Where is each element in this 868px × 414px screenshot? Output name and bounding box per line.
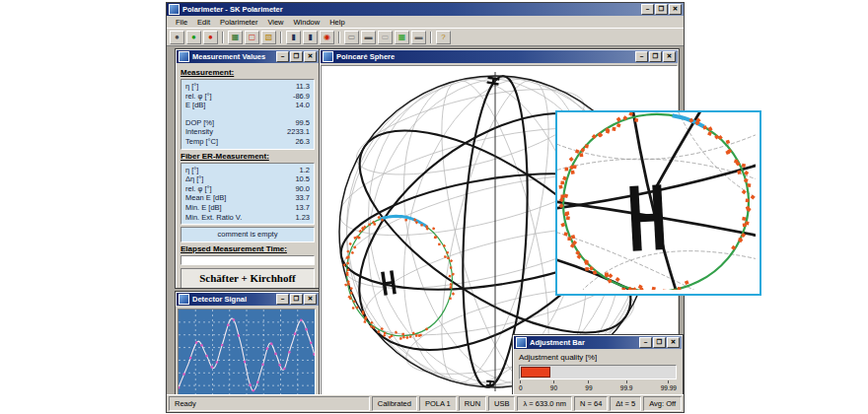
fiber-er-table: η [°]1.2Δη [°]10.5rel. φ [°]90.0Mean E [… bbox=[181, 163, 315, 226]
menu-item-polarimeter[interactable]: Polarimeter bbox=[215, 17, 262, 28]
toolbar-button-14[interactable]: ▭ bbox=[378, 31, 393, 44]
adjustment-bar-content: Adjustment quality [%] 0909999.999.99 bbox=[513, 350, 683, 394]
adjustment-bar-window: Adjustment Bar –❐✕ Adjustment quality [%… bbox=[512, 334, 684, 394]
status-message: Ready bbox=[169, 396, 370, 411]
menu-item-edit[interactable]: Edit bbox=[192, 17, 215, 28]
adjustment-bar-controls: –❐✕ bbox=[639, 337, 680, 348]
measurement-value: 90.0 bbox=[295, 184, 310, 194]
measurement-value: 99.5 bbox=[295, 118, 310, 128]
main-titlebar[interactable]: Polarimeter - SK Polarimeter –❐✕ bbox=[167, 3, 684, 16]
measurement-row: DOP [%]99.5 bbox=[185, 118, 310, 128]
toolbar-button-15[interactable]: ▦ bbox=[395, 31, 409, 44]
toolbar-button-8[interactable]: ▮ bbox=[286, 31, 301, 44]
measurement-row: Mean E [dB]33.7 bbox=[185, 193, 310, 203]
measurement-value: -86.9 bbox=[293, 92, 310, 102]
measurement-datetime: 27.06.2008, 14:55:00 bbox=[182, 286, 313, 288]
maximize-button[interactable]: ❐ bbox=[655, 4, 668, 15]
measurement-row: rel. φ [°]-86.9 bbox=[185, 92, 310, 102]
measurement-row: Temp [°C]26.3 bbox=[185, 137, 310, 147]
measurement-values-controls: –❐✕ bbox=[276, 51, 317, 62]
adjustment-quality-fill bbox=[521, 367, 550, 378]
measurement-value: 11.3 bbox=[296, 82, 310, 92]
toolbar-button-12[interactable]: ▭ bbox=[344, 31, 359, 44]
brand-box: Schäfter + Kirchhoff 27.06.2008, 14:55:0… bbox=[181, 268, 315, 288]
measurement-label: Min. E [dB] bbox=[185, 203, 222, 213]
measurement-label: Mean E [dB] bbox=[185, 193, 226, 203]
measurement-values-window-icon bbox=[179, 51, 189, 62]
measurement-values-titlebar[interactable]: Measurement Values –❐✕ bbox=[177, 50, 319, 63]
close-button[interactable]: ✕ bbox=[663, 51, 676, 62]
toolbar: ●●●▦▢▧▮▮◉▭▬▭▦▬? bbox=[167, 28, 684, 46]
status-field-2: RUN bbox=[459, 396, 486, 411]
toolbar-button-2[interactable]: ● bbox=[203, 31, 218, 44]
measurement-value: 2233.1 bbox=[287, 127, 310, 137]
brand-name: Schäfter + Kirchhoff bbox=[182, 272, 313, 284]
comment-box: comment is empty bbox=[181, 227, 315, 242]
close-button[interactable]: ✕ bbox=[304, 51, 317, 62]
measurement-values-content: Measurement: η [°]11.3rel. φ [°]-86.9E [… bbox=[176, 64, 320, 288]
poincare-sphere-titlebar[interactable]: Poincaré Sphere –❐✕ bbox=[321, 50, 678, 63]
toolbar-button-6[interactable]: ▧ bbox=[261, 31, 276, 44]
maximize-button[interactable]: ❐ bbox=[290, 294, 303, 305]
measurement-row: η [°]1.2 bbox=[185, 166, 310, 175]
status-field-7: Avg: Off bbox=[643, 396, 682, 411]
toolbar-separator bbox=[430, 32, 432, 43]
measurement-row: rel. φ [°]90.0 bbox=[185, 184, 310, 194]
status-field-4: λ = 633.0 nm bbox=[517, 396, 572, 411]
zoom-inset-diagram bbox=[557, 112, 756, 290]
measurement-row: Δη [°]10.5 bbox=[185, 174, 310, 184]
toolbar-button-0[interactable]: ● bbox=[170, 31, 184, 44]
detector-signal-titlebar[interactable]: Detector Signal –❐✕ bbox=[177, 293, 319, 306]
close-button[interactable]: ✕ bbox=[667, 337, 680, 348]
adjustment-bar-titlebar[interactable]: Adjustment Bar –❐✕ bbox=[514, 336, 682, 349]
maximize-button[interactable]: ❐ bbox=[649, 51, 662, 62]
window-title: Polarimeter - SK Polarimeter bbox=[182, 5, 638, 14]
toolbar-button-1[interactable]: ● bbox=[186, 31, 201, 44]
row-spacer bbox=[185, 110, 310, 118]
toolbar-button-10[interactable]: ◉ bbox=[320, 31, 334, 44]
toolbar-button-9[interactable]: ▮ bbox=[303, 31, 318, 44]
close-button[interactable]: ✕ bbox=[669, 4, 682, 15]
measurement-label: Intensity bbox=[185, 127, 213, 137]
poincare-sphere-window-icon bbox=[323, 51, 333, 62]
status-field-6: Δt = 5 bbox=[610, 396, 641, 411]
measurement-label: E [dB] bbox=[185, 101, 205, 110]
maximize-button[interactable]: ❐ bbox=[290, 51, 303, 62]
adjustment-quality-scale: 0909999.999.99 bbox=[519, 380, 677, 391]
measurement-heading: Measurement: bbox=[181, 68, 315, 77]
menu-item-window[interactable]: Window bbox=[289, 17, 326, 28]
minimize-button[interactable]: – bbox=[276, 294, 289, 305]
minimize-button[interactable]: – bbox=[641, 4, 654, 15]
toolbar-button-16[interactable]: ▬ bbox=[411, 31, 426, 44]
menu-item-view[interactable]: View bbox=[262, 17, 288, 28]
measurement-label: rel. φ [°] bbox=[185, 184, 212, 194]
status-bar: ReadyCalibratedPOLA 1RUNUSBλ = 633.0 nmN… bbox=[167, 394, 684, 412]
minimize-button[interactable]: – bbox=[639, 337, 652, 348]
measurement-value: 13.7 bbox=[295, 203, 310, 213]
status-field-0: Calibrated bbox=[372, 396, 417, 411]
detector-signal-chart bbox=[178, 309, 316, 394]
menu-item-help[interactable]: Help bbox=[325, 17, 349, 28]
toolbar-button-18[interactable]: ? bbox=[436, 31, 451, 44]
maximize-button[interactable]: ❐ bbox=[653, 337, 666, 348]
measurement-value: 1.23 bbox=[295, 213, 310, 223]
toolbar-button-4[interactable]: ▦ bbox=[228, 31, 243, 44]
measurement-label: Temp [°C] bbox=[185, 137, 218, 147]
zoom-inset-overlay bbox=[555, 110, 761, 296]
minimize-button[interactable]: – bbox=[276, 51, 289, 62]
detector-signal-window-icon bbox=[179, 294, 189, 305]
close-button[interactable]: ✕ bbox=[304, 294, 317, 305]
poincare-sphere-controls: –❐✕ bbox=[635, 51, 676, 62]
status-field-5: N = 64 bbox=[574, 396, 608, 411]
toolbar-button-5[interactable]: ▢ bbox=[245, 31, 259, 44]
minimize-button[interactable]: – bbox=[635, 51, 648, 62]
measurement-label: DOP [%] bbox=[185, 118, 214, 128]
menu-item-file[interactable]: File bbox=[171, 17, 192, 28]
measurement-row: E [dB]14.0 bbox=[185, 101, 310, 110]
measurement-row: Min. E [dB]13.7 bbox=[185, 203, 310, 213]
scale-tick-90: 90 bbox=[550, 380, 557, 391]
toolbar-button-13[interactable]: ▬ bbox=[361, 31, 376, 44]
measurement-value: 10.5 bbox=[295, 174, 310, 184]
measurement-value: 26.3 bbox=[295, 137, 310, 147]
measurement-label: rel. φ [°] bbox=[185, 92, 212, 102]
